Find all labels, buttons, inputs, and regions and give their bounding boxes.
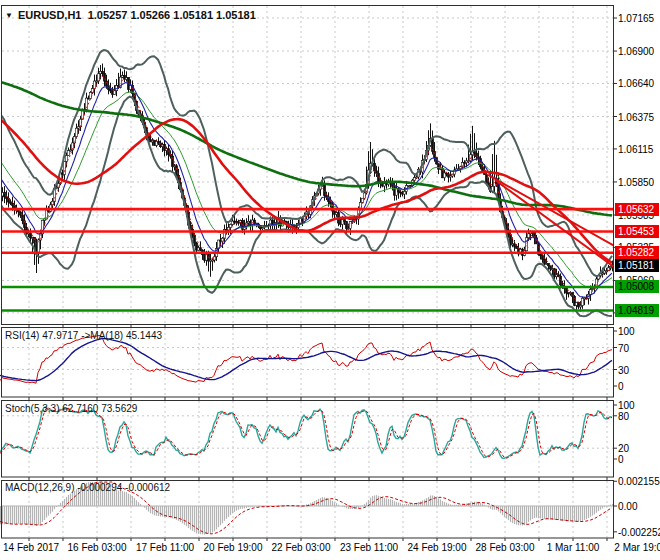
stoch-indicator-label: Stoch(5,3,3) 62.7160 73.5629 bbox=[5, 403, 137, 414]
chart-title-bar: ▼EURUSD,H1 1.05257 1.05266 1.05181 1.051… bbox=[5, 9, 256, 21]
chart-canvas[interactable] bbox=[0, 0, 660, 560]
symbol-dropdown-icon[interactable]: ▼ bbox=[5, 11, 13, 20]
mt4-chart-window: ▼EURUSD,H1 1.05257 1.05266 1.05181 1.051… bbox=[0, 0, 660, 560]
symbol-period-label: EURUSD,H1 bbox=[18, 9, 82, 21]
macd-indicator-label: MACD(12,26,9) -0.000294 -0.000612 bbox=[5, 482, 170, 493]
rsi-indicator-label: RSI(14) 47.9717 ->MA(18) 45.1443 bbox=[5, 330, 162, 341]
ohlc-quote-label: 1.05257 1.05266 1.05181 1.05181 bbox=[88, 9, 256, 21]
